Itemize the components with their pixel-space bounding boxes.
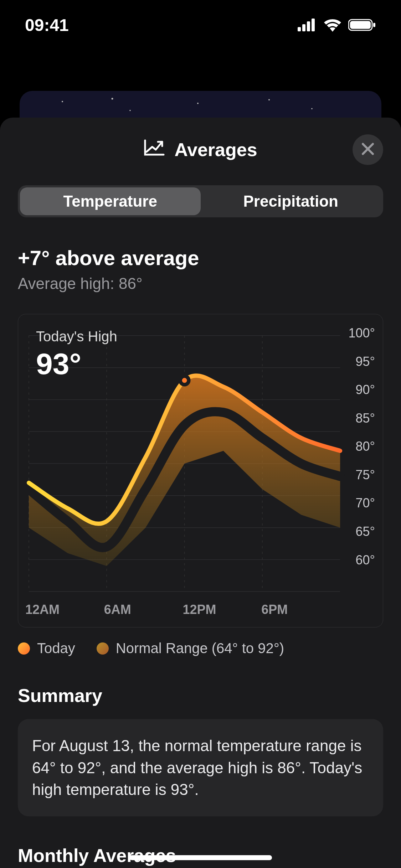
battery-icon: [348, 19, 376, 31]
y-tick: 70°: [356, 496, 375, 511]
svg-rect-5: [350, 21, 371, 29]
chart-label-title: Today's High: [36, 329, 117, 345]
y-tick: 90°: [356, 382, 375, 397]
headline: +7° above average: [18, 246, 383, 270]
x-tick: 12PM: [183, 602, 216, 617]
svg-point-10: [197, 103, 199, 104]
y-tick: 75°: [356, 467, 375, 482]
svg-point-7: [62, 101, 63, 102]
x-tick: 6PM: [261, 602, 288, 617]
legend-normal-range: Normal Range (64° to 92°): [97, 640, 284, 656]
wifi-icon: [323, 18, 342, 32]
summary-title: Summary: [18, 685, 383, 706]
chart-label-value: 93°: [36, 347, 117, 381]
y-tick: 65°: [356, 524, 375, 539]
svg-rect-2: [307, 21, 310, 31]
chart-today-high-label: Today's High 93°: [36, 329, 117, 381]
temperature-chart[interactable]: Today's High 93° 100°95°90°85°80°75°70°6…: [18, 314, 383, 627]
subhead: Average high: 86°: [18, 275, 383, 293]
status-right: [298, 18, 376, 32]
x-tick: 6AM: [104, 602, 131, 617]
sheet-title: Averages: [144, 139, 257, 160]
tab-temperature-label: Temperature: [63, 192, 157, 210]
x-axis: 12AM6AM12PM6PM: [25, 602, 340, 616]
tab-precipitation[interactable]: Precipitation: [201, 187, 381, 215]
svg-rect-3: [312, 19, 315, 31]
summary-card: For August 13, the normal temperature ra…: [18, 719, 383, 816]
svg-point-9: [129, 110, 131, 111]
svg-point-11: [268, 99, 270, 100]
svg-rect-6: [373, 23, 375, 27]
svg-rect-0: [298, 27, 301, 31]
home-indicator[interactable]: [129, 855, 272, 860]
legend-dot-today: [18, 642, 30, 655]
legend-today-label: Today: [37, 640, 75, 656]
x-tick: 12AM: [25, 602, 60, 617]
status-time: 09:41: [25, 15, 69, 35]
legend-range-label: Normal Range (64° to 92°): [116, 640, 284, 656]
svg-point-12: [311, 108, 313, 109]
segmented-control: Temperature Precipitation: [18, 185, 383, 217]
y-tick: 95°: [356, 354, 375, 369]
svg-point-8: [112, 98, 113, 100]
legend-dot-range: [97, 642, 109, 655]
close-icon: [361, 142, 375, 157]
y-tick: 85°: [356, 411, 375, 426]
cell-signal-icon: [298, 19, 317, 31]
close-button[interactable]: [353, 134, 383, 165]
tab-temperature[interactable]: Temperature: [20, 187, 201, 215]
chart-line-icon: [144, 139, 165, 160]
y-tick: 80°: [356, 439, 375, 454]
legend-today: Today: [18, 640, 75, 656]
y-tick: 60°: [356, 553, 375, 568]
chart-legend: Today Normal Range (64° to 92°): [18, 640, 383, 656]
svg-point-26: [180, 376, 189, 385]
status-bar: 09:41: [0, 0, 401, 50]
tab-precipitation-label: Precipitation: [243, 192, 339, 210]
averages-sheet: Averages Temperature Precipitation +7° a…: [0, 118, 401, 868]
svg-rect-1: [302, 24, 305, 31]
sheet-header: Averages: [18, 118, 383, 182]
y-tick: 100°: [349, 326, 375, 341]
sheet-title-text: Averages: [174, 139, 257, 160]
